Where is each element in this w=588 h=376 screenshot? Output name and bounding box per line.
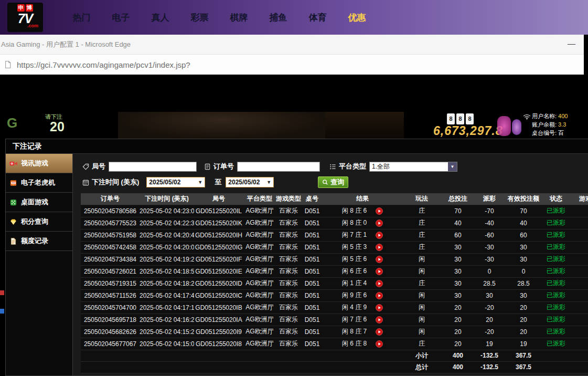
cell-table-no: D051 — [301, 277, 323, 289]
cell-round-id: GD051255020IL — [194, 205, 243, 217]
nav-item[interactable]: 真人 — [141, 12, 180, 24]
play-icon[interactable] — [376, 232, 383, 239]
table-row: 2505020457343842025-05-02 04:19:25GD0512… — [81, 253, 588, 265]
cell-empty — [194, 350, 243, 361]
date-from-select[interactable]: 2025/05/02 ▼ — [146, 177, 205, 187]
nav-item[interactable]: 热门 — [62, 12, 101, 24]
search-button[interactable]: 查询 — [318, 176, 348, 188]
cell-total-bet: 30 — [442, 277, 474, 289]
cell-valid-bet: 20 — [505, 314, 542, 326]
subtotal-payout: -132.5 — [474, 350, 505, 361]
sidebar-item-视讯游戏[interactable]: 视讯游戏 — [6, 154, 72, 173]
table-row: 2505020456957182025-05-02 04:16:29GD0512… — [81, 314, 588, 326]
address-url[interactable]: https://gci.7vvvvvv.com/agingame/pcv1/in… — [17, 60, 190, 69]
main-nav: 热门电子真人彩票棋牌捕鱼体育优惠 — [62, 12, 377, 24]
play-icon[interactable] — [376, 304, 383, 311]
play-icon[interactable] — [376, 256, 383, 263]
date-range-to-label: 至 — [215, 177, 221, 187]
cell-total-bet: 30 — [442, 289, 474, 301]
order-number-input[interactable] — [237, 162, 320, 172]
column-header: 有效投注额 — [505, 193, 542, 205]
cell-platform: AG欧洲厅 — [243, 338, 276, 350]
date-to-select[interactable]: 2025/05/02 ▼ — [226, 177, 274, 187]
result-text: 闲 9 庄 6 — [342, 291, 367, 300]
document-icon — [204, 163, 211, 170]
play-icon[interactable] — [376, 244, 383, 251]
cell-bet-time: 2025-05-02 04:16:29 — [140, 314, 194, 326]
cell-platform: AG欧洲厅 — [243, 277, 276, 289]
play-icon[interactable] — [376, 316, 383, 323]
platform-type-label-text: 平台类型 — [339, 162, 366, 171]
cell-order-id: 250502045742458 — [81, 241, 140, 253]
round-number-input[interactable] — [109, 162, 197, 172]
result-text: 闲 5 庄 3 — [342, 243, 367, 252]
nav-item[interactable]: 电子 — [101, 12, 141, 24]
total-valid-bet: 367.5 — [505, 361, 542, 373]
cell-result: 闲 7 庄 6 — [323, 314, 402, 326]
play-icon[interactable] — [376, 268, 383, 275]
slot-machine-icon: 777 — [9, 179, 17, 187]
play-icon[interactable] — [376, 207, 383, 215]
cell-result: 闲 4 庄 9 — [323, 301, 402, 314]
cell-status: 已派彩 — [542, 277, 570, 289]
cell-play: 庄 — [402, 205, 442, 217]
logo-suffix: .com — [27, 24, 38, 28]
play-icon[interactable] — [376, 220, 383, 227]
status-badge: 已派彩 — [547, 316, 565, 323]
table-row: 2505020457755232025-05-02 04:22:37GD0512… — [81, 217, 588, 229]
cell-result: 闲 1 庄 4 — [323, 277, 402, 289]
sidebar-item-积分查询[interactable]: 积分查询 — [6, 212, 72, 232]
subtotal-row: 小计400-132.5367.5 — [81, 350, 588, 361]
result-text: 闲 1 庄 4 — [342, 279, 367, 288]
cell-order-id: 250502045719315 — [81, 277, 140, 289]
dice-icon — [9, 199, 17, 206]
nav-item[interactable]: 彩票 — [180, 12, 219, 24]
cell-empty — [276, 361, 301, 373]
play-icon[interactable] — [376, 340, 383, 348]
search-icon — [322, 179, 328, 185]
cell-result: 闲 6 庄 6 — [323, 265, 402, 277]
sidebar-item-桌面游戏[interactable]: 桌面游戏 — [6, 193, 72, 212]
cell-game-extra — [570, 229, 588, 241]
minimize-button[interactable]: — — [568, 39, 575, 48]
nav-item[interactable]: 棋牌 — [219, 12, 259, 24]
cell-play: 庄 — [402, 217, 442, 229]
site-logo[interactable]: 申 博 7V .com — [7, 3, 43, 32]
sidebar-item-电子老虎机[interactable]: 777电子老虎机 — [6, 173, 72, 193]
cell-platform: AG欧洲厅 — [243, 241, 276, 253]
cell-order-id: 250502045780586 — [81, 205, 140, 217]
diamond-icon — [9, 218, 17, 226]
sidebar-item-额度记录[interactable]: 额度记录 — [6, 232, 72, 251]
cell-order-id: 250502045677067 — [81, 338, 140, 350]
table-row: 2505020457805862025-05-02 04:23:03GD0512… — [81, 205, 588, 217]
column-header: 桌号 — [301, 193, 323, 205]
nav-item[interactable]: 体育 — [298, 12, 337, 24]
status-badge: 已派彩 — [547, 304, 565, 311]
cell-total-bet: 60 — [442, 229, 474, 241]
game-strip: G 请下注 20 888 6,673,297.8 用户名称:400账户余额:3.… — [0, 112, 588, 139]
cell-total-bet: 30 — [442, 241, 474, 253]
result-wrap: 闲 5 庄 6 — [323, 254, 402, 265]
cell-status: 已派彩 — [542, 301, 570, 314]
browser-addressbar: https://gci.7vvvvvv.com/agingame/pcv1/in… — [0, 55, 584, 75]
user-info-value: 百 — [558, 130, 564, 136]
cell-platform: AG欧洲厅 — [243, 217, 276, 229]
cell-game-extra — [570, 301, 588, 314]
table-row: 2505020457519582025-05-02 04:20:47GD0512… — [81, 229, 588, 241]
nav-item[interactable]: 优惠 — [337, 12, 377, 24]
user-info-panel: 用户名称:400账户余额:3.3桌台编号:百 — [532, 112, 568, 137]
cell-game-extra — [570, 241, 588, 253]
cell-platform: AG欧洲厅 — [243, 301, 276, 314]
play-icon[interactable] — [376, 280, 383, 287]
nav-item[interactable]: 捕鱼 — [259, 12, 298, 24]
cell-payout: -30 — [474, 253, 505, 265]
result-text: 闲 8 庄 7 — [342, 327, 367, 336]
column-header: 下注时间 (美东) — [140, 193, 194, 205]
user-info-label: 用户名称: — [532, 113, 557, 119]
result-text: 闲 6 庄 6 — [342, 267, 367, 276]
cell-game-extra — [570, 338, 588, 350]
table-row: 2505020457424582025-05-02 04:20:02GD0512… — [81, 241, 588, 253]
play-icon[interactable] — [376, 292, 383, 299]
platform-type-select[interactable]: 1.全部 ▼ — [369, 162, 457, 172]
play-icon[interactable] — [376, 328, 383, 336]
